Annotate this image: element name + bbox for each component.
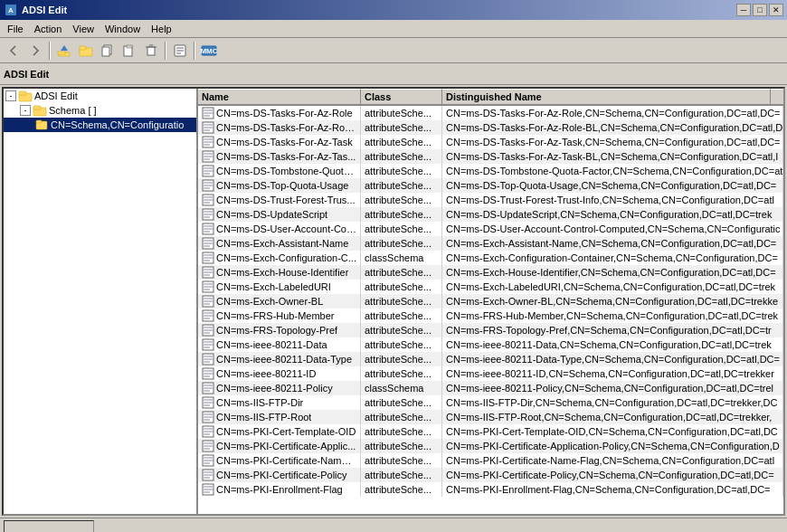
list-row[interactable]: CN=ms-PKI-Certificate-PolicyattributeSch… <box>198 468 783 482</box>
list-row[interactable]: CN=ms-IIS-FTP-RootattributeSche...CN=ms-… <box>198 410 783 424</box>
menu-view[interactable]: View <box>67 22 100 36</box>
menu-help[interactable]: Help <box>146 22 177 36</box>
list-cell-class: attributeSche... <box>361 265 442 280</box>
delete-button[interactable] <box>141 41 161 61</box>
tree-schema[interactable]: - Schema [ ] <box>4 103 196 118</box>
list-row[interactable]: CN=ms-DS-Tasks-For-Az-Tas...attributeSch… <box>198 149 783 164</box>
list-row[interactable]: CN=ms-Exch-LabeledURIattributeSche...CN=… <box>198 280 783 294</box>
list-cell-dn: CN=ms-Exch-House-Identifier,CN=Schema,CN… <box>442 265 783 280</box>
paste-button[interactable] <box>119 41 139 61</box>
properties-button[interactable] <box>170 41 190 61</box>
list-row[interactable]: CN=ms-DS-Tasks-For-Az-Role-...attributeS… <box>198 120 783 135</box>
menu-window[interactable]: Window <box>100 22 146 36</box>
list-row[interactable]: CN=ms-DS-User-Account-Con...attributeSch… <box>198 222 783 236</box>
list-row[interactable]: CN=ms-IIS-FTP-DirattributeSche...CN=ms-I… <box>198 395 783 410</box>
list-cell-name: CN=ms-PKI-Certificate-Name-... <box>198 453 361 468</box>
list-cell-class: attributeSche... <box>361 294 442 309</box>
list-row[interactable]: CN=ms-PKI-Certificate-Applic...attribute… <box>198 439 783 453</box>
toolbar: MMC <box>0 38 787 63</box>
toolbar-sep-3 <box>194 42 195 60</box>
list-row[interactable]: CN=ms-FRS-Hub-MemberattributeSche...CN=m… <box>198 309 783 323</box>
col-header-name[interactable]: Name <box>198 89 361 105</box>
list-cell-class: attributeSche... <box>361 482 442 497</box>
list-row[interactable]: CN=ms-DS-Tasks-For-Az-RoleattributeSche.… <box>198 106 783 120</box>
list-cell-dn: CN=ms-FRS-Hub-Member,CN=Schema,CN=Config… <box>442 309 783 323</box>
list-row[interactable]: CN=ms-ieee-80211-Data-TypeattributeSche.… <box>198 352 783 366</box>
list-row[interactable]: CN=ms-DS-UpdateScriptattributeSche...CN=… <box>198 207 783 222</box>
list-row[interactable]: CN=ms-DS-Tasks-For-Az-TaskattributeSche.… <box>198 135 783 149</box>
title-bar: A ADSI Edit ─ □ ✕ <box>0 0 787 20</box>
list-cell-dn: CN=ms-ieee-80211-Data-Type,CN=Schema,CN=… <box>442 352 783 366</box>
list-body[interactable]: CN=ms-DS-Tasks-For-Az-RoleattributeSche.… <box>198 106 783 514</box>
list-cell-name: CN=ms-Exch-LabeledURI <box>198 280 361 294</box>
list-row[interactable]: CN=ms-Exch-Assistant-NameattributeSche..… <box>198 236 783 251</box>
root-expander[interactable]: - <box>5 90 16 101</box>
list-row[interactable]: CN=ms-ieee-80211-IDattributeSche...CN=ms… <box>198 366 783 381</box>
schema-expander[interactable]: - <box>20 105 31 116</box>
forward-button[interactable] <box>25 41 45 61</box>
list-cell-dn: CN=ms-PKI-Enrollment-Flag,CN=Schema,CN=C… <box>442 482 783 497</box>
list-cell-class: attributeSche... <box>361 352 442 366</box>
svg-rect-5 <box>80 46 86 50</box>
list-row[interactable]: CN=ms-Exch-Configuration-C...classSchema… <box>198 251 783 265</box>
status-bar <box>0 518 787 532</box>
list-cell-name: CN=ms-Exch-Assistant-Name <box>198 236 361 251</box>
list-cell-name: CN=ms-DS-Tombstone-Quota-... <box>198 164 361 178</box>
cn-schema-icon <box>34 119 49 131</box>
svg-rect-3 <box>58 52 65 54</box>
list-cell-dn: CN=ms-DS-Tasks-For-Az-Task-BL,CN=Schema,… <box>442 149 783 164</box>
svg-rect-10 <box>147 47 155 55</box>
list-cell-name: CN=ms-ieee-80211-Data <box>198 337 361 352</box>
list-row[interactable]: CN=ms-DS-Trust-Forest-Trus...attributeSc… <box>198 193 783 207</box>
folder-open-button[interactable] <box>76 41 96 61</box>
list-row[interactable]: CN=ms-PKI-Cert-Template-OIDattributeSche… <box>198 424 783 439</box>
col-header-dn[interactable]: Distinguished Name <box>442 89 771 105</box>
list-row[interactable]: CN=ms-ieee-80211-PolicyclassSchemaCN=ms-… <box>198 381 783 395</box>
list-cell-name: CN=ms-PKI-Certificate-Applic... <box>198 439 361 453</box>
app-icon: A <box>4 3 18 17</box>
tree-pane[interactable]: - ADSI Edit - Schema [ ] <box>4 89 198 514</box>
svg-text:A: A <box>8 6 14 14</box>
list-row[interactable]: CN=ms-Exch-Owner-BLattributeSche...CN=ms… <box>198 294 783 309</box>
maximize-button[interactable]: □ <box>753 4 767 16</box>
list-header: Name Class Distinguished Name <box>198 89 783 106</box>
list-cell-dn: CN=ms-Exch-Assistant-Name,CN=Schema,CN=C… <box>442 236 783 251</box>
title-bar-buttons: ─ □ ✕ <box>736 4 783 16</box>
list-row[interactable]: CN=ms-PKI-Certificate-Name-...attributeS… <box>198 453 783 468</box>
list-cell-dn: CN=ms-DS-Tasks-For-Az-Role,CN=Schema,CN=… <box>442 106 783 120</box>
root-label: ADSI Edit <box>34 90 78 101</box>
list-cell-name: CN=ms-DS-UpdateScript <box>198 207 361 222</box>
up-button[interactable] <box>54 41 74 61</box>
list-row[interactable]: CN=ms-ieee-80211-DataattributeSche...CN=… <box>198 337 783 352</box>
mmc-button[interactable]: MMC <box>199 41 219 61</box>
tree-root[interactable]: - ADSI Edit <box>4 89 196 103</box>
address-bar: ADSI Edit <box>0 63 787 85</box>
close-button[interactable]: ✕ <box>769 4 783 16</box>
menu-file[interactable]: File <box>2 22 29 36</box>
list-cell-class: attributeSche... <box>361 120 442 135</box>
copy-button[interactable] <box>98 41 118 61</box>
minimize-button[interactable]: ─ <box>736 4 751 16</box>
list-row[interactable]: CN=ms-FRS-Topology-PrefattributeSche...C… <box>198 323 783 337</box>
list-cell-dn: CN=ms-IIS-FTP-Dir,CN=Schema,CN=Configura… <box>442 395 783 410</box>
list-row[interactable]: CN=ms-DS-Tombstone-Quota-...attributeSch… <box>198 164 783 178</box>
list-cell-class: attributeSche... <box>361 453 442 468</box>
list-cell-dn: CN=ms-ieee-80211-ID,CN=Schema,CN=Configu… <box>442 366 783 381</box>
list-cell-name: CN=ms-DS-Tasks-For-Az-Task <box>198 135 361 149</box>
tree-cn-schema[interactable]: CN=Schema,CN=Configuratio <box>4 118 196 132</box>
col-header-class[interactable]: Class <box>361 89 442 105</box>
schema-icon <box>33 104 47 117</box>
list-cell-name: CN=ms-FRS-Hub-Member <box>198 309 361 323</box>
list-cell-name: CN=ms-PKI-Cert-Template-OID <box>198 424 361 439</box>
back-button[interactable] <box>4 41 24 61</box>
scrollbar-spacer <box>771 89 783 105</box>
list-cell-class: attributeSche... <box>361 106 442 120</box>
list-row[interactable]: CN=ms-DS-Top-Quota-UsageattributeSche...… <box>198 178 783 193</box>
list-cell-class: attributeSche... <box>361 424 442 439</box>
list-row[interactable]: CN=ms-Exch-House-IdentifierattributeSche… <box>198 265 783 280</box>
list-cell-dn: CN=ms-ieee-80211-Policy,CN=Schema,CN=Con… <box>442 381 783 395</box>
menu-action[interactable]: Action <box>29 22 68 36</box>
list-row[interactable]: CN=ms-PKI-Enrollment-FlagattributeSche..… <box>198 482 783 497</box>
list-cell-name: CN=ms-DS-Top-Quota-Usage <box>198 178 361 193</box>
status-panel <box>4 520 94 533</box>
